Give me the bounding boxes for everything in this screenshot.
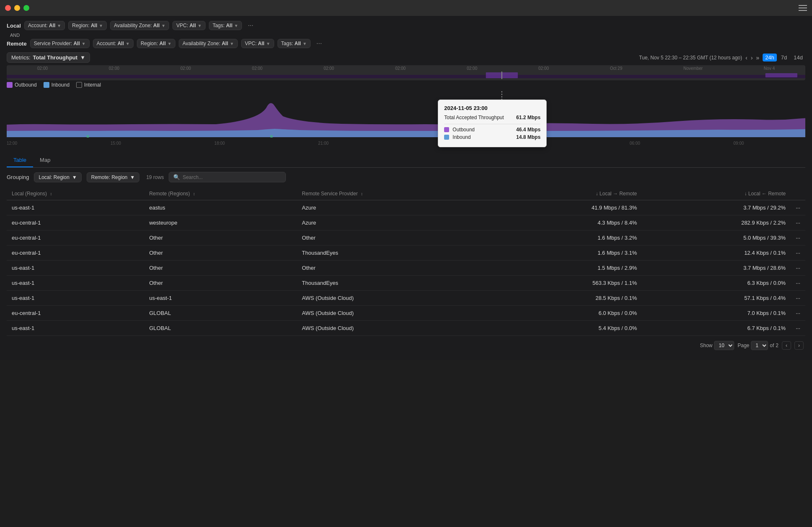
remote-region-filter-chip[interactable]: Region: All ▼ (137, 39, 175, 48)
more-local-filters-button[interactable]: ··· (245, 21, 256, 30)
time-prev-button[interactable]: ‹ (745, 54, 748, 61)
cell-local: eu-central-1 (7, 246, 144, 261)
close-button[interactable] (5, 5, 11, 11)
cell-provider: Other (297, 261, 491, 276)
region-filter-chip[interactable]: Region: All ▼ (68, 21, 107, 30)
remote-grouping-value: Remote: Region (91, 174, 128, 180)
cell-remote: Other (144, 230, 297, 246)
col-local-from-remote[interactable]: ↓ Local ← Remote (642, 187, 791, 200)
cell-actions[interactable]: ··· (791, 276, 805, 291)
cell-inbound: 57.1 Kbps / 0.4% (642, 291, 791, 306)
tags-filter-chip[interactable]: Tags: All ▼ (209, 21, 242, 30)
cell-actions[interactable]: ··· (791, 200, 805, 215)
cell-remote: Other (144, 246, 297, 261)
cell-inbound: 12.4 Kbps / 0.1% (642, 246, 791, 261)
table-body: us-east-1 eastus Azure 41.9 Mbps / 81.3%… (7, 200, 805, 336)
cell-outbound: 41.9 Mbps / 81.3% (491, 200, 642, 215)
local-grouping-select[interactable]: Local: Region ▼ (34, 172, 81, 182)
internal-label: Internal (84, 82, 101, 88)
tab-map[interactable]: Map (33, 153, 57, 167)
minimize-button[interactable] (14, 5, 20, 11)
inbound-color-swatch (44, 82, 49, 88)
tooltip-outbound-color (444, 127, 449, 132)
maximize-button[interactable] (23, 5, 29, 11)
cell-actions[interactable]: ··· (791, 215, 805, 230)
remote-vpc-filter-chip[interactable]: VPC: All ▼ (241, 39, 274, 48)
svg-rect-5 (7, 91, 805, 146)
local-label: Local (7, 23, 21, 29)
next-page-button[interactable]: › (794, 341, 804, 350)
account-filter-chip[interactable]: Account: All ▼ (24, 21, 65, 30)
and-label: AND (10, 33, 805, 38)
time-latest-button[interactable]: » (756, 54, 759, 61)
menu-icon[interactable] (799, 5, 807, 11)
cell-outbound: 28.5 Kbps / 0.1% (491, 291, 642, 306)
cell-actions[interactable]: ··· (791, 230, 805, 246)
remote-az-filter-chip[interactable]: Availability Zone: All ▼ (179, 39, 238, 48)
search-box[interactable]: 🔍 (169, 172, 286, 182)
tab-table[interactable]: Table (7, 153, 33, 167)
table-row: us-east-1 GLOBAL AWS (Outside Cloud) 5.4… (7, 321, 805, 336)
cell-outbound: 6.0 Kbps / 0.0% (491, 306, 642, 321)
main-content: Local Account: All ▼ Region: All ▼ Avail… (0, 16, 812, 360)
cell-actions[interactable]: ··· (791, 246, 805, 261)
time-next-button[interactable]: › (751, 54, 753, 61)
vpc-filter-chip[interactable]: VPC: All ▼ (172, 21, 206, 30)
svg-text:15:00: 15:00 (110, 141, 121, 146)
cell-actions[interactable]: ··· (791, 261, 805, 276)
cell-inbound: 3.7 Mbps / 29.2% (642, 200, 791, 215)
cell-remote: Other (144, 276, 297, 291)
cell-provider: ThousandEyes (297, 246, 491, 261)
range-24h-button[interactable]: 24h (763, 54, 777, 61)
tooltip-outbound-value: 46.4 Mbps (516, 127, 540, 133)
prev-page-button[interactable]: ‹ (782, 341, 791, 350)
cell-remote: GLOBAL (144, 306, 297, 321)
per-page-select[interactable]: 10 25 50 (714, 341, 734, 350)
cell-inbound: 5.0 Mbps / 39.3% (642, 230, 791, 246)
remote-tags-filter-chip[interactable]: Tags: All ▼ (278, 39, 311, 48)
col-local-regions[interactable]: Local (Regions) ↕ (7, 187, 144, 200)
cell-actions[interactable]: ··· (791, 291, 805, 306)
tooltip-divider (444, 124, 540, 124)
data-table: Local (Regions) ↕ Remote (Regions) ↕ Rem… (7, 187, 805, 336)
cell-inbound: 3.7 Mbps / 28.6% (642, 261, 791, 276)
cell-actions[interactable]: ··· (791, 321, 805, 336)
cell-outbound: 1.6 Mbps / 3.2% (491, 230, 642, 246)
search-input[interactable] (182, 174, 281, 180)
svg-text:21:00: 21:00 (318, 141, 329, 146)
table-row: eu-central-1 Other ThousandEyes 1.6 Mbps… (7, 246, 805, 261)
range-14d-button[interactable]: 14d (791, 54, 805, 61)
table-row: us-east-1 Other Other 1.5 Mbps / 2.9% 3.… (7, 261, 805, 276)
tooltip-inbound-row: Inbound 14.8 Mbps (444, 134, 540, 140)
tooltip-date: 2024-11-05 23:00 (444, 105, 540, 111)
controls-row: Grouping Local: Region ▼ Remote: Region … (7, 172, 805, 182)
service-provider-filter-chip[interactable]: Service Provider: All ▼ (30, 39, 90, 48)
metrics-select[interactable]: Metrics: Total Throughput ▼ (7, 52, 90, 63)
pagination-row: Show 10 25 50 Page 1 2 of 2 ‹ › (7, 336, 805, 355)
time-range-buttons: 24h 7d 14d (763, 54, 805, 61)
remote-grouping-select[interactable]: Remote: Region ▼ (87, 172, 140, 182)
svg-text:09:00: 09:00 (733, 141, 744, 146)
cell-local: us-east-1 (7, 200, 144, 215)
remote-account-filter-chip[interactable]: Account: All ▼ (93, 39, 134, 48)
cell-actions[interactable]: ··· (791, 306, 805, 321)
cell-inbound: 282.9 Kbps / 2.2% (642, 215, 791, 230)
col-remote-regions[interactable]: Remote (Regions) ↕ (144, 187, 297, 200)
cell-provider: Other (297, 230, 491, 246)
cell-local: us-east-1 (7, 321, 144, 336)
page-select-wrap: Page 1 2 of 2 (737, 341, 779, 350)
time-info: Tue, Nov 5 22:30 – 22:35 GMT (12 hours a… (639, 54, 805, 61)
table-row: eu-central-1 Other Other 1.6 Mbps / 3.2%… (7, 230, 805, 246)
timeline-labels: 02:00 02:00 02:00 02:00 02:00 02:00 02:0… (7, 65, 805, 72)
timeline-scrubber[interactable]: 02:00 02:00 02:00 02:00 02:00 02:00 02:0… (7, 65, 805, 80)
col-local-to-remote[interactable]: ↓ Local → Remote (491, 187, 642, 200)
cell-local: us-east-1 (7, 291, 144, 306)
cell-local: eu-central-1 (7, 230, 144, 246)
page-select[interactable]: 1 2 (751, 341, 768, 350)
table-row: eu-central-1 GLOBAL AWS (Outside Cloud) … (7, 306, 805, 321)
az-filter-chip[interactable]: Availability Zone: All ▼ (110, 21, 169, 30)
range-7d-button[interactable]: 7d (779, 54, 789, 61)
more-remote-filters-button[interactable]: ··· (314, 39, 324, 48)
col-remote-provider[interactable]: Remote Service Provider ↕ (297, 187, 491, 200)
remote-label: Remote (7, 41, 27, 47)
